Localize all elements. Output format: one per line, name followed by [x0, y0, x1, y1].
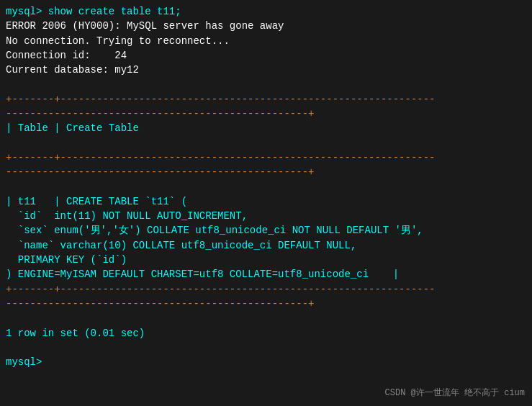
separator-mid-1: +-------+-------------------------------… — [6, 150, 526, 165]
separator-bot-1: +-------+-------------------------------… — [6, 282, 526, 297]
connection-id-line: Connection id: 24 — [6, 48, 526, 63]
separator-top-2: ----------------------------------------… — [6, 107, 526, 121]
blank-2 — [6, 136, 526, 150]
separator-top-1: +-------+-------------------------------… — [6, 92, 526, 107]
data-row-6: ) ENGINE=MyISAM DEFAULT CHARSET=utf8 COL… — [6, 267, 526, 281]
header-pipe: | — [447, 121, 532, 135]
blank-1 — [6, 77, 526, 91]
table-header-row: | Table | Create Table | — [6, 121, 526, 135]
blank-4 — [6, 311, 526, 325]
data-row-2: `id` int(11) NOT NULL AUTO_INCREMENT, — [6, 209, 526, 223]
watermark: CSDN @许一世流年 绝不高于 cium — [385, 387, 525, 399]
data-row-3: `sex` enum('男','女') COLLATE utf8_unicode… — [6, 223, 526, 238]
separator-bot-2: ----------------------------------------… — [6, 297, 526, 311]
separator-mid-2: ----------------------------------------… — [6, 165, 526, 179]
command-line: mysql> show create table t11; — [6, 4, 526, 19]
error-line: ERROR 2006 (HY000): MySQL server has gon… — [6, 19, 526, 33]
result-line: 1 row in set (0.01 sec) — [6, 326, 526, 340]
blank-5 — [6, 340, 526, 355]
data-row-5: PRIMARY KEY (`id`) — [6, 253, 526, 267]
terminal-window: mysql> show create table t11; ERROR 2006… — [0, 0, 532, 406]
data-row-1: | t11 | CREATE TABLE `t11` ( — [6, 194, 526, 209]
mysql-prompt: mysql> — [6, 355, 526, 369]
reconnect-line: No connection. Trying to reconnect... — [6, 34, 526, 48]
header-table-col: | Table | Create Table — [6, 121, 447, 135]
blank-3 — [6, 180, 526, 194]
data-row-4: `name` varchar(10) COLLATE utf8_unicode_… — [6, 238, 526, 253]
database-line: Current database: my12 — [6, 63, 526, 77]
